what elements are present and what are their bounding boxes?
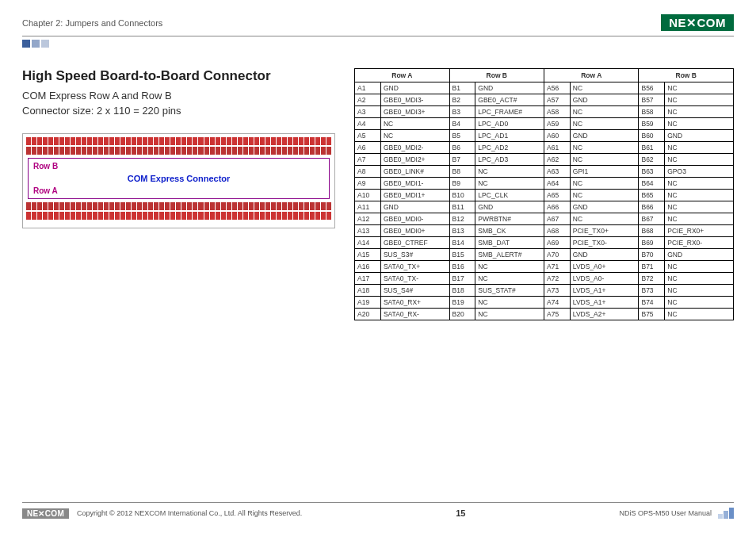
- signal-cell: GND: [570, 201, 639, 213]
- th-row-b1: Row B: [449, 69, 544, 82]
- pin-cell: A7: [355, 154, 381, 166]
- signal-cell: NC: [475, 166, 544, 178]
- signal-cell: GND: [475, 201, 544, 213]
- pin-cell: A3: [355, 106, 381, 118]
- table-row: A9GBE0_MDI1-B9NCA64NCB64NC: [355, 178, 734, 190]
- table-row: A13GBE0_MDI0+B13SMB_CKA68PCIE_TX0+B68PCI…: [355, 225, 734, 237]
- pin-cell: A12: [355, 213, 381, 225]
- signal-cell: GBE0_MDI1+: [380, 190, 449, 201]
- pin-cell: A13: [355, 225, 381, 237]
- pin-cell: A10: [355, 190, 381, 201]
- pin-cell: B7: [449, 154, 475, 166]
- pin-cell: A19: [355, 297, 381, 309]
- signal-cell: NC: [665, 309, 734, 320]
- pin-cell: B69: [639, 237, 665, 249]
- pin-cell: B9: [449, 178, 475, 190]
- signal-cell: NC: [380, 130, 449, 142]
- pin-cell: A14: [355, 237, 381, 249]
- signal-cell: NC: [570, 142, 639, 154]
- signal-cell: NC: [570, 178, 639, 190]
- connector-diagram: Row B COM Express Connector Row A: [22, 133, 335, 228]
- footer-copyright: Copyright © 2012 NEXCOM International Co…: [77, 509, 302, 517]
- pin-cell: A8: [355, 166, 381, 178]
- pin-cell: A59: [544, 118, 571, 130]
- pin-cell: B14: [449, 237, 475, 249]
- pin-cell: B5: [449, 130, 475, 142]
- pin-cell: A11: [355, 201, 381, 213]
- signal-cell: NC: [665, 118, 734, 130]
- row-b-label: Row B: [33, 162, 324, 171]
- pin-cell: B67: [639, 213, 665, 225]
- pin-cell: A56: [544, 82, 571, 94]
- table-row: A18SUS_S4#B18SUS_STAT#A73LVDS_A1+B73NC: [355, 285, 734, 297]
- pin-cell: A60: [544, 130, 571, 142]
- signal-cell: NC: [665, 94, 734, 106]
- footer-deco-icon: [718, 508, 734, 519]
- pin-cell: A73: [544, 285, 571, 297]
- signal-cell: NC: [475, 261, 544, 273]
- table-row: A10GBE0_MDI1+B10LPC_CLKA65NCB65NC: [355, 190, 734, 201]
- page-number: 15: [456, 508, 465, 518]
- th-row-a2: Row A: [544, 69, 639, 82]
- pin-cell: A65: [544, 190, 571, 201]
- section-title: High Speed Board-to-Board Connector: [22, 68, 335, 84]
- signal-cell: SMB_ALERT#: [475, 249, 544, 261]
- signal-cell: NC: [665, 213, 734, 225]
- signal-cell: LVDS_A2+: [570, 309, 639, 320]
- table-row: A15SUS_S3#B15SMB_ALERT#A70GNDB70GND: [355, 249, 734, 261]
- pin-cell: B72: [639, 273, 665, 285]
- signal-cell: GBE0_LINK#: [380, 166, 449, 178]
- pin-cell: B8: [449, 166, 475, 178]
- pin-cell: A16: [355, 261, 381, 273]
- signal-cell: NC: [665, 201, 734, 213]
- table-header-row: Row A Row B Row A Row B: [355, 69, 734, 82]
- signal-cell: NC: [665, 82, 734, 94]
- pin-cell: A64: [544, 178, 571, 190]
- subtext-line1: COM Express Row A and Row B: [22, 89, 335, 104]
- pin-cell: B63: [639, 166, 665, 178]
- section-subtext: COM Express Row A and Row B Connector si…: [22, 89, 335, 119]
- pin-strip-top2: [26, 147, 331, 155]
- pin-cell: B18: [449, 285, 475, 297]
- signal-cell: SMB_CK: [475, 225, 544, 237]
- signal-cell: GBE0_MDI1-: [380, 178, 449, 190]
- signal-cell: NC: [570, 154, 639, 166]
- pin-strip-bot2: [26, 212, 331, 220]
- signal-cell: NC: [475, 273, 544, 285]
- signal-cell: NC: [570, 106, 639, 118]
- pin-cell: B3: [449, 106, 475, 118]
- pin-cell: B17: [449, 273, 475, 285]
- pin-cell: A71: [544, 261, 571, 273]
- signal-cell: LPC_CLK: [475, 190, 544, 201]
- pin-cell: B4: [449, 118, 475, 130]
- pin-cell: B66: [639, 201, 665, 213]
- signal-cell: PCIE_TX0-: [570, 237, 639, 249]
- signal-cell: LPC_AD1: [475, 130, 544, 142]
- signal-cell: GPO3: [665, 166, 734, 178]
- th-row-a1: Row A: [355, 69, 449, 82]
- table-row: A2GBE0_MDI3-B2GBE0_ACT#A57GNDB57NC: [355, 94, 734, 106]
- pin-cell: A15: [355, 249, 381, 261]
- signal-cell: LVDS_A1+: [570, 297, 639, 309]
- pin-cell: A66: [544, 201, 571, 213]
- pin-cell: B71: [639, 261, 665, 273]
- signal-cell: NC: [665, 190, 734, 201]
- signal-cell: GBE0_MDI3+: [380, 106, 449, 118]
- pin-cell: B2: [449, 94, 475, 106]
- table-row: A19SATA0_RX+B19NCA74LVDS_A1+B74NC: [355, 297, 734, 309]
- signal-cell: GND: [665, 130, 734, 142]
- signal-cell: NC: [570, 213, 639, 225]
- signal-cell: SUS_STAT#: [475, 285, 544, 297]
- subtext-line2: Connector size: 2 x 110 = 220 pins: [22, 104, 335, 119]
- pin-cell: A67: [544, 213, 571, 225]
- pin-cell: B12: [449, 213, 475, 225]
- pin-cell: B1: [449, 82, 475, 94]
- pin-cell: A2: [355, 94, 381, 106]
- signal-cell: GBE0_MDI3-: [380, 94, 449, 106]
- decorative-squares: [22, 40, 734, 48]
- signal-cell: NC: [665, 273, 734, 285]
- row-a-label: Row A: [33, 186, 324, 195]
- th-row-b2: Row B: [639, 69, 734, 82]
- signal-cell: GBE0_MDI0-: [380, 213, 449, 225]
- signal-cell: PCIE_TX0+: [570, 225, 639, 237]
